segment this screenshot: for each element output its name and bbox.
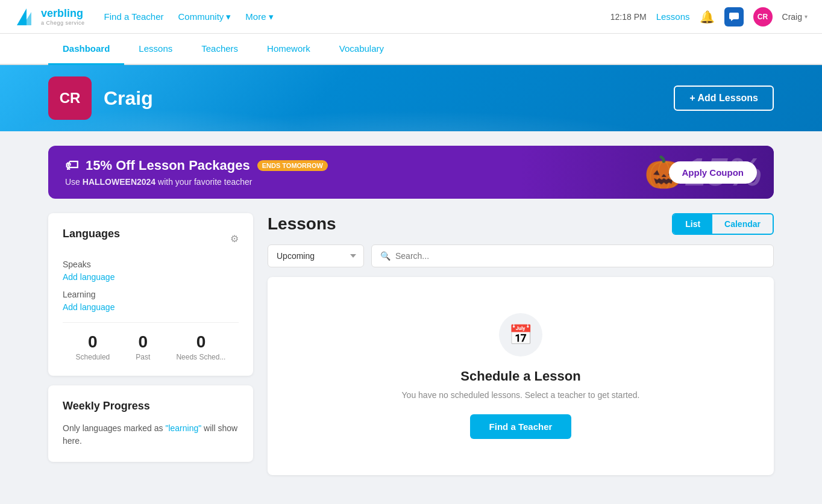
- weekly-progress-title: Weekly Progress: [63, 400, 239, 412]
- scheduled-stat: 0 Scheduled: [76, 332, 110, 361]
- tab-dashboard[interactable]: Dashboard: [48, 34, 124, 65]
- lessons-filter-select[interactable]: Upcoming Past All: [268, 244, 364, 267]
- past-label: Past: [136, 353, 150, 361]
- chat-icon: [729, 13, 739, 21]
- calendar-icon: 📅: [509, 323, 533, 346]
- logo-wordmark: verbling: [41, 7, 85, 20]
- hero-avatar: CR: [48, 76, 92, 120]
- add-lessons-button[interactable]: + Add Lessons: [674, 86, 774, 111]
- stats-row: 0 Scheduled 0 Past 0 Needs Sched...: [63, 332, 239, 361]
- chat-icon-btn[interactable]: [724, 7, 744, 26]
- svg-rect-2: [729, 13, 739, 19]
- verbling-logo-icon: [14, 6, 36, 28]
- needs-sched-count: 0: [176, 332, 225, 352]
- promo-content: 🏷 15% Off Lesson Packages ENDS TOMORROW …: [65, 158, 669, 187]
- top-nav-links: Find a Teacher Community ▾ More ▾: [104, 11, 610, 22]
- find-teacher-button[interactable]: Find a Teacher: [470, 414, 572, 439]
- learning-section: Learning Add language: [63, 290, 239, 313]
- nav-find-teacher[interactable]: Find a Teacher: [104, 11, 164, 22]
- stats-divider: [63, 322, 239, 323]
- nav-right: 12:18 PM Lessons 🔔 CR Craig ▾: [610, 7, 808, 26]
- learning-link[interactable]: "learning": [165, 423, 201, 433]
- nav-lessons-link[interactable]: Lessons: [656, 11, 690, 22]
- calendar-view-button[interactable]: Calendar: [712, 214, 773, 234]
- svg-marker-3: [731, 19, 733, 21]
- main-content: Languages ⚙ Speaks Add language Learning…: [0, 199, 822, 499]
- list-view-button[interactable]: List: [673, 214, 712, 234]
- scheduled-label: Scheduled: [76, 353, 110, 361]
- lessons-panel: Lessons List Calendar Upcoming Past All …: [268, 213, 774, 475]
- secondary-nav: Dashboard Lessons Teachers Homework Voca…: [0, 34, 822, 65]
- logo-subtext: a Chegg service: [41, 20, 85, 26]
- time-display: 12:18 PM: [610, 12, 647, 22]
- bell-icon[interactable]: 🔔: [700, 10, 715, 24]
- tab-lessons[interactable]: Lessons: [124, 34, 187, 65]
- nav-community[interactable]: Community ▾: [178, 11, 231, 22]
- promo-ends-tag: ENDS TOMORROW: [257, 160, 328, 171]
- lessons-search-input[interactable]: [395, 251, 765, 261]
- tab-teachers[interactable]: Teachers: [187, 34, 253, 65]
- hero-name: Craig: [104, 87, 153, 110]
- promo-title: 🏷 15% Off Lesson Packages ENDS TOMORROW: [65, 158, 669, 173]
- speaks-label: Speaks: [63, 260, 239, 269]
- nav-more[interactable]: More ▾: [245, 11, 273, 22]
- promo-code: HALLOWEEN2024: [83, 177, 155, 187]
- empty-state-card: 📅 Schedule a Lesson You have no schedule…: [268, 277, 774, 475]
- user-menu-chevron-icon: ▾: [805, 13, 808, 20]
- learning-label: Learning: [63, 290, 239, 299]
- speaks-section: Speaks Add language: [63, 260, 239, 282]
- languages-card: Languages ⚙ Speaks Add language Learning…: [48, 213, 253, 376]
- past-stat: 0 Past: [136, 332, 150, 361]
- search-icon: 🔍: [380, 251, 391, 261]
- promo-subtitle: Use HALLOWEEN2024 with your favorite tea…: [65, 177, 669, 187]
- empty-state-desc: You have no scheduled lessons. Select a …: [282, 390, 759, 400]
- languages-title: Languages: [63, 228, 120, 240]
- tab-homework[interactable]: Homework: [253, 34, 325, 65]
- view-toggle: List Calendar: [672, 213, 774, 235]
- community-chevron-icon: ▾: [226, 11, 231, 22]
- needs-sched-stat: 0 Needs Sched...: [176, 332, 225, 361]
- weekly-progress-card: Weekly Progress Only languages marked as…: [48, 385, 253, 462]
- settings-gear-icon[interactable]: ⚙: [230, 233, 239, 244]
- promo-title-text: 15% Off Lesson Packages: [86, 158, 250, 173]
- tab-vocabulary[interactable]: Vocabulary: [325, 34, 398, 65]
- lessons-header: Lessons List Calendar: [268, 213, 774, 235]
- promo-tag-icon: 🏷: [65, 158, 78, 173]
- top-nav: verbling a Chegg service Find a Teacher …: [0, 0, 822, 34]
- lessons-title: Lessons: [268, 214, 336, 234]
- empty-state-title: Schedule a Lesson: [282, 369, 759, 384]
- add-speak-language-link[interactable]: Add language: [63, 272, 115, 282]
- needs-sched-label: Needs Sched...: [176, 353, 225, 361]
- weekly-progress-desc: Only languages marked as "learning" will…: [63, 422, 239, 447]
- more-chevron-icon: ▾: [269, 11, 274, 22]
- calendar-icon-circle: 📅: [499, 313, 542, 356]
- sidebar: Languages ⚙ Speaks Add language Learning…: [48, 213, 253, 462]
- logo[interactable]: verbling a Chegg service: [14, 6, 85, 28]
- lessons-filters: Upcoming Past All 🔍: [268, 244, 774, 267]
- past-count: 0: [136, 332, 150, 352]
- promo-banner: 🎃 🦇🦇🦇 15% 🏷 15% Off Lesson Packages ENDS…: [48, 146, 774, 199]
- add-learn-language-link[interactable]: Add language: [63, 302, 115, 312]
- hero-banner: CR Craig + Add Lessons: [0, 65, 822, 131]
- user-name-btn[interactable]: Craig ▾: [782, 12, 808, 22]
- user-avatar[interactable]: CR: [753, 7, 773, 26]
- scheduled-count: 0: [76, 332, 110, 352]
- apply-coupon-button[interactable]: Apply Coupon: [669, 161, 757, 184]
- lessons-search-box: 🔍: [371, 244, 774, 267]
